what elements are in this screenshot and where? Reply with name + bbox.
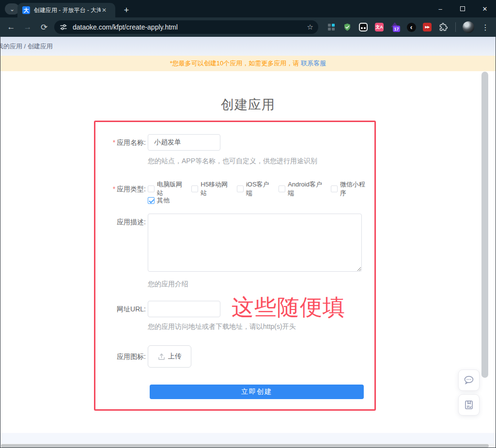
checkbox-label: 微信小程序 [340, 180, 368, 198]
customer-service-chat-button[interactable] [458, 370, 480, 391]
chevron-down-icon: ⌄ [10, 6, 15, 13]
upload-button[interactable]: 上传 [148, 345, 191, 368]
checkbox-ios-client[interactable]: iOS客户端 [237, 180, 272, 198]
app-type-row: *应用类型: 电脑版网站 H5移动网站 iOS客户端 Android客户端 微信… [95, 183, 374, 206]
extensions-area: 文A 17 ‹ ▶▶ ⋮ [326, 21, 491, 33]
checkbox-label: 电脑版网站 [157, 180, 185, 198]
checkbox-other[interactable]: 其他 [148, 196, 170, 205]
breadcrumb-my-apps[interactable]: 我的应用 [0, 43, 22, 50]
app-type-label: *应用类型: [95, 183, 148, 195]
maximize-icon [460, 6, 465, 11]
app-desc-textarea[interactable] [148, 214, 362, 272]
window-controls: – ✕ [429, 0, 496, 17]
minimize-button[interactable]: – [429, 0, 451, 17]
checkbox-box[interactable] [148, 185, 155, 192]
back-button[interactable]: ← [5, 21, 17, 33]
app-icon-label: 应用图标: [95, 345, 148, 368]
url-text[interactable]: dataoke.com/kfpt/create-apply.html [73, 23, 307, 31]
app-icon-row: 应用图标: 上传 [95, 345, 374, 368]
url-help: 您的应用访问地址或者下载地址，请以http(s)开头 [148, 322, 296, 331]
checkbox-box[interactable] [237, 185, 244, 192]
chat-bubble-icon [463, 374, 475, 386]
order-book-icon [463, 399, 475, 411]
grid-extension-icon[interactable] [326, 22, 337, 32]
purple-extension-icon[interactable]: 17 [390, 22, 401, 32]
vertical-scrollbar-thumb[interactable] [481, 72, 488, 378]
tab-close-icon[interactable]: ✕ [102, 7, 107, 14]
create-now-button[interactable]: 立即创建 [150, 385, 364, 399]
browser-tab[interactable]: 大 创建应用 - 开放平台 - 大淘客联 ✕ [17, 3, 115, 17]
browser-menu-icon[interactable]: ⋮ [480, 23, 491, 32]
titlebar: ⌄ 大 创建应用 - 开放平台 - 大淘客联 ✕ + – ✕ [0, 0, 496, 17]
checkbox-label: 其他 [157, 196, 170, 205]
breadcrumb-separator: / [22, 43, 28, 50]
robot-eyes-extension-icon[interactable] [358, 22, 369, 32]
app-desc-label: 应用描述: [95, 214, 148, 230]
reload-button[interactable]: ⟳ [38, 21, 50, 33]
checkbox-android-client[interactable]: Android客户端 [279, 180, 325, 198]
browser-toolbar: ← → ⟳ dataoke.com/kfpt/create-apply.html… [0, 17, 496, 37]
checkbox-label: Android客户端 [288, 180, 325, 198]
app-desc-row: 应用描述: 您的应用介绍 [95, 214, 374, 289]
footer-strip [0, 433, 496, 444]
checkbox-label: H5移动网站 [201, 180, 231, 198]
upload-icon [157, 353, 166, 361]
notice-text: *您最多可以创建10个应用，如需更多应用，请 [170, 59, 299, 68]
horizontal-scrollbar-thumb[interactable] [1, 444, 489, 448]
order-book-button[interactable] [458, 394, 480, 416]
page-title: 创建应用 [0, 96, 496, 113]
url-input[interactable] [148, 301, 220, 317]
page-content: 我的应用 / 创建应用 *您最多可以创建10个应用，如需更多应用，请 联系客服 … [0, 37, 496, 448]
checkbox-box[interactable] [191, 185, 198, 192]
address-bar[interactable]: dataoke.com/kfpt/create-apply.html ☆ [54, 20, 318, 34]
app-desc-help: 您的应用介绍 [148, 279, 362, 289]
extensions-puzzle-icon[interactable] [438, 22, 449, 32]
maximize-button[interactable] [451, 0, 474, 17]
app-name-input[interactable] [148, 134, 220, 151]
forward-button[interactable]: → [21, 21, 34, 33]
checkbox-wechat-miniprogram[interactable]: 微信小程序 [331, 180, 368, 198]
notice-banner: *您最多可以创建10个应用，如需更多应用，请 联系客服 [0, 56, 496, 71]
tab-title: 创建应用 - 开放平台 - 大淘客联 [34, 6, 101, 15]
adguard-shield-icon[interactable] [342, 22, 353, 32]
checkbox-label: iOS客户端 [246, 180, 272, 198]
contact-support-link[interactable]: 联系客服 [301, 59, 326, 68]
required-asterisk: * [113, 185, 115, 193]
toolbar-separator [455, 22, 456, 32]
create-app-form: *应用名称: 您的站点，APP等名称，也可自定义，供您进行用途识别 *应用类型:… [94, 121, 376, 411]
app-name-label: *应用名称: [95, 134, 148, 151]
required-asterisk: * [113, 139, 115, 146]
handwritten-annotation: 这些随便填 [232, 296, 345, 318]
checkbox-box[interactable] [331, 185, 338, 192]
app-name-help: 您的站点，APP等名称，也可自定义，供您进行用途识别 [148, 156, 317, 166]
new-tab-button[interactable]: + [120, 4, 133, 16]
horizontal-scrollbar [0, 444, 496, 448]
checkbox-box-checked[interactable] [148, 197, 155, 204]
breadcrumb-create-app: 创建应用 [28, 43, 53, 50]
site-favicon: 大 [22, 6, 30, 14]
bookmark-star-icon[interactable]: ☆ [307, 23, 313, 31]
browser-window: ⌄ 大 创建应用 - 开放平台 - 大淘客联 ✕ + – ✕ ← → ⟳ dat… [0, 0, 496, 448]
url-row: 网址URL: 您的应用访问地址或者下载地址，请以http(s)开头 这些随便填 [95, 301, 374, 331]
extension-badge: 17 [393, 26, 400, 32]
checkbox-box[interactable] [279, 185, 285, 192]
app-name-row: *应用名称: 您的站点，APP等名称，也可自定义，供您进行用途识别 [95, 134, 374, 166]
translate-extension-icon[interactable]: 文A [374, 22, 385, 32]
url-label: 网址URL: [95, 301, 148, 317]
profile-avatar[interactable] [463, 21, 474, 33]
breadcrumb: 我的应用 / 创建应用 [0, 37, 496, 56]
upload-label: 上传 [168, 352, 182, 361]
checkbox-pc-website[interactable]: 电脑版网站 [148, 180, 185, 198]
close-button[interactable]: ✕ [474, 0, 496, 17]
checkbox-h5-mobile[interactable]: H5移动网站 [191, 180, 231, 198]
fast-forward-extension-icon[interactable]: ▶▶ [422, 22, 433, 32]
back-circle-extension-icon[interactable]: ‹ [406, 22, 417, 32]
site-settings-icon[interactable] [58, 22, 69, 32]
